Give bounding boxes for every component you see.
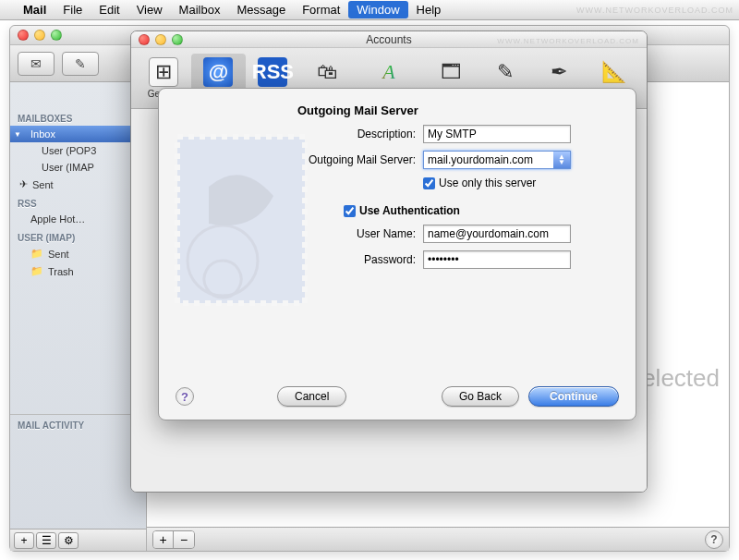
password-field[interactable]: [423, 250, 571, 269]
get-mail-button[interactable]: ✉: [18, 52, 55, 76]
prefs-titlebar: Accounts WWW.NETWORKOVERLOAD.COM: [131, 31, 647, 48]
menu-help[interactable]: Help: [408, 1, 450, 18]
menu-message[interactable]: Message: [228, 1, 294, 18]
system-menubar: Mail File Edit View Mailbox Message Form…: [0, 0, 739, 20]
action-button[interactable]: ☰: [36, 532, 56, 549]
composing-icon: ✎: [491, 57, 520, 87]
sidebar-header-rss: RSS: [10, 193, 146, 211]
prefs-title: Accounts: [366, 33, 411, 46]
viewing-icon: 🗔: [436, 57, 466, 87]
username-field[interactable]: [423, 225, 571, 243]
menu-mailbox[interactable]: Mailbox: [171, 1, 229, 18]
menu-edit[interactable]: Edit: [91, 1, 127, 18]
fonts-icon: A: [374, 57, 404, 87]
junk-icon: 🛍: [312, 57, 342, 87]
list-footer: + − ?: [147, 527, 729, 551]
cancel-button[interactable]: Cancel: [277, 386, 346, 407]
use-auth-checkbox[interactable]: [344, 205, 356, 217]
sidebar-header-mailboxes: MAILBOXES: [10, 108, 146, 126]
use-only-checkbox-row[interactable]: Use only this server: [423, 177, 536, 189]
menu-view[interactable]: View: [128, 1, 171, 18]
sidebar-item-imap-sent[interactable]: 📁 Sent: [10, 245, 146, 262]
sidebar-item-user-pop3[interactable]: User (POP3: [10, 142, 146, 159]
add-button[interactable]: +: [153, 531, 174, 548]
prefs-minimize-icon[interactable]: [155, 34, 166, 45]
add-remove-buttons: + −: [152, 530, 195, 549]
watermark-text: WWW.NETWORKOVERLOAD.COM: [576, 6, 733, 15]
outgoing-server-sheet: Outgoing Mail Server Description: Outgoi…: [158, 88, 636, 420]
combo-arrow-icon[interactable]: ▲▼: [553, 152, 570, 168]
sheet-help-button[interactable]: ?: [176, 387, 194, 406]
menu-mail[interactable]: Mail: [15, 1, 55, 18]
prefs-zoom-icon[interactable]: [172, 34, 183, 45]
sidebar-item-sent[interactable]: ✈ Sent: [10, 176, 146, 193]
use-only-label: Use only this server: [439, 177, 536, 189]
sidebar-footer: + ☰ ⚙: [10, 529, 146, 551]
sidebar-item-apple-hot[interactable]: Apple Hot…: [10, 211, 146, 227]
add-mailbox-button[interactable]: +: [14, 532, 34, 549]
stamp-decoration-icon: [172, 131, 310, 316]
sidebar-item-imap-trash[interactable]: 📁 Trash: [10, 262, 146, 280]
prefs-close-icon[interactable]: [139, 34, 150, 45]
sheet-title: Outgoing Mail Server: [159, 89, 636, 121]
sheet-footer: ? Cancel Go Back Continue: [159, 386, 636, 407]
use-only-checkbox[interactable]: [423, 177, 435, 189]
menu-format[interactable]: Format: [294, 1, 348, 18]
remove-button[interactable]: −: [174, 531, 194, 548]
sidebar-mail-activity: MAIL ACTIVITY: [10, 414, 146, 436]
compose-button[interactable]: ✎: [62, 52, 99, 76]
server-value: mail.yourdomain.com: [428, 153, 533, 166]
sidebar-header-user-imap: USER (IMAP): [10, 227, 146, 245]
rules-icon: 📐: [599, 57, 628, 87]
use-auth-checkbox-row[interactable]: Use Authentication: [344, 204, 460, 217]
close-icon[interactable]: [18, 30, 29, 41]
zoom-icon[interactable]: [51, 30, 62, 41]
general-icon: ⊞: [149, 57, 178, 87]
sidebar-item-user-imap[interactable]: User (IMAP: [10, 159, 146, 176]
continue-button[interactable]: Continue: [528, 386, 619, 407]
server-combo[interactable]: mail.yourdomain.com ▲▼: [423, 151, 571, 169]
use-auth-label: Use Authentication: [359, 204, 460, 217]
rss-icon: RSS: [258, 57, 287, 87]
minimize-icon[interactable]: [34, 30, 45, 41]
signatures-icon: ✒: [544, 57, 574, 87]
help-button[interactable]: ?: [705, 530, 723, 549]
menu-window[interactable]: Window: [348, 1, 407, 18]
prefs-watermark: WWW.NETWORKOVERLOAD.COM: [497, 33, 639, 50]
mail-sidebar: MAILBOXES Inbox User (POP3 User (IMAP ✈ …: [10, 82, 147, 551]
sidebar-item-inbox[interactable]: Inbox: [10, 126, 146, 142]
go-back-button[interactable]: Go Back: [442, 386, 519, 407]
description-field[interactable]: [423, 125, 571, 143]
menu-file[interactable]: File: [55, 1, 91, 18]
gear-button[interactable]: ⚙: [58, 532, 79, 549]
accounts-icon: @: [203, 57, 233, 87]
